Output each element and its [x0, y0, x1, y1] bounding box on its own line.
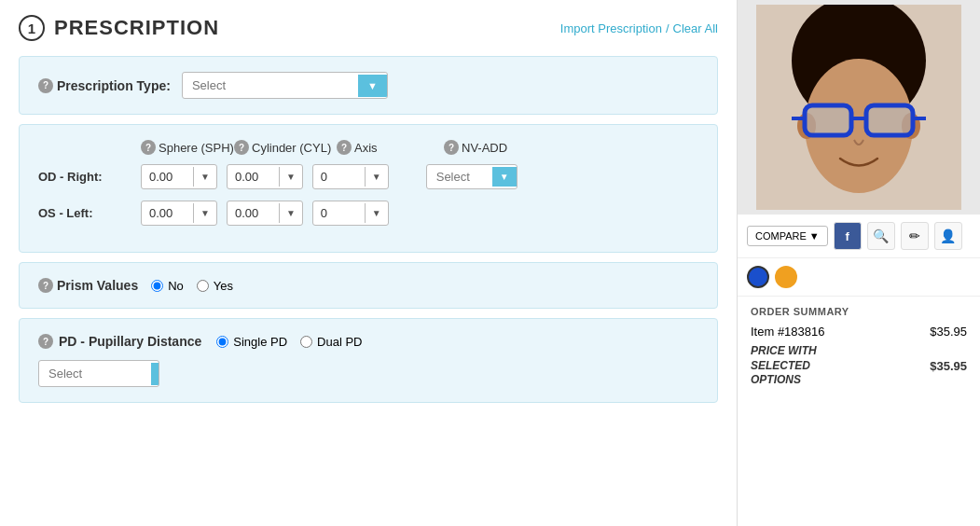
- lens-header-row: ? Sphere (SPH) ? Cylinder (CYL) ? Axis ?…: [38, 140, 698, 155]
- header-separator: /: [666, 21, 669, 35]
- single-pd-label[interactable]: Single PD: [216, 335, 287, 349]
- swatch-blue[interactable]: [747, 266, 769, 288]
- prism-no-radio[interactable]: [151, 280, 163, 292]
- step-circle: 1: [19, 15, 45, 41]
- os-axis-select: ▼: [312, 201, 389, 226]
- os-axis-arrow[interactable]: ▼: [365, 203, 388, 223]
- right-panel: COMPARE ▼ f 🔍 ✏ 👤 ORDER SUMMARY Item #18…: [737, 0, 980, 526]
- prism-radio-group: No Yes: [151, 279, 233, 293]
- zoom-icon-btn[interactable]: 🔍: [867, 222, 895, 250]
- col-sphere-header: ? Sphere (SPH): [141, 140, 234, 155]
- clear-all-link[interactable]: Clear All: [673, 21, 718, 35]
- col-cylinder-header: ? Cylinder (CYL): [234, 140, 337, 155]
- order-item-label: Item #183816: [751, 325, 825, 339]
- col-nvadd-header: ? NV-ADD: [444, 140, 537, 155]
- pd-dropdown-btn[interactable]: ▼: [151, 363, 159, 385]
- od-row: OD - Right: ▼ ▼ ▼ ▼: [38, 164, 698, 189]
- prism-card: ? Prism Values No Yes: [19, 262, 718, 309]
- prescription-type-input[interactable]: [183, 73, 358, 98]
- prescription-type-help-icon[interactable]: ?: [38, 78, 53, 93]
- order-price-with-options-value: $35.95: [930, 359, 967, 373]
- os-sphere-input[interactable]: [142, 201, 193, 225]
- prescription-type-row: ? Prescription Type: ▼: [38, 72, 698, 99]
- od-axis-arrow[interactable]: ▼: [365, 167, 388, 187]
- order-total-row: PRICE WITH SELECTED OPTIONS $35.95: [751, 344, 967, 388]
- prescription-type-select-wrap: ▼: [182, 72, 388, 99]
- import-prescription-link[interactable]: Import Prescription: [560, 21, 662, 35]
- od-cylinder-select: ▼: [227, 164, 303, 189]
- order-summary: ORDER SUMMARY Item #183816 $35.95 PRICE …: [738, 297, 980, 526]
- facebook-icon-btn[interactable]: f: [834, 222, 862, 250]
- compare-label: COMPARE: [755, 230, 807, 242]
- od-cylinder-input[interactable]: [228, 165, 279, 188]
- prism-no-text: No: [168, 279, 184, 293]
- header-actions: Import Prescription / Clear All: [560, 21, 718, 35]
- page-title: PRESCRIPTION: [54, 16, 219, 40]
- prescription-type-card: ? Prescription Type: ▼: [19, 56, 718, 115]
- os-sphere-arrow[interactable]: ▼: [193, 203, 216, 223]
- os-label: OS - Left:: [38, 206, 141, 220]
- swatch-orange[interactable]: [775, 266, 797, 288]
- pd-select-input[interactable]: [39, 361, 151, 386]
- order-summary-title: ORDER SUMMARY: [751, 306, 967, 317]
- nvadd-help-icon[interactable]: ?: [444, 140, 459, 155]
- od-sphere-input[interactable]: [142, 165, 193, 188]
- axis-help-icon[interactable]: ?: [337, 140, 352, 155]
- prism-yes-label[interactable]: Yes: [197, 279, 233, 293]
- order-price-with-options-label: PRICE WITH SELECTED OPTIONS: [751, 344, 863, 388]
- od-cylinder-arrow[interactable]: ▼: [279, 167, 302, 187]
- tools-bar: COMPARE ▼ f 🔍 ✏ 👤: [738, 215, 980, 258]
- dual-pd-text: Dual PD: [317, 335, 362, 349]
- user-icon-btn[interactable]: 👤: [934, 222, 962, 250]
- pd-help-icon[interactable]: ?: [38, 334, 53, 349]
- prism-no-label[interactable]: No: [151, 279, 184, 293]
- prism-help-icon[interactable]: ?: [38, 278, 53, 293]
- edit-icon-btn[interactable]: ✏: [901, 222, 929, 250]
- prescription-type-text: Prescription Type:: [57, 78, 171, 93]
- compare-chevron-icon: ▼: [809, 230, 820, 242]
- pd-radio-group: Single PD Dual PD: [216, 335, 362, 349]
- pd-select-area: ▼: [38, 360, 698, 387]
- prism-row: ? Prism Values No Yes: [38, 278, 698, 293]
- compare-button[interactable]: COMPARE ▼: [747, 226, 828, 246]
- od-nvadd-cell: ▼: [426, 164, 518, 189]
- page-header: 1 PRESCRIPTION Import Prescription / Cle…: [19, 15, 718, 41]
- pd-label: ? PD - Pupillary Distance: [38, 334, 201, 349]
- prism-yes-text: Yes: [214, 279, 233, 293]
- main-panel: 1 PRESCRIPTION Import Prescription / Cle…: [0, 0, 737, 526]
- od-axis-input[interactable]: [313, 165, 365, 188]
- os-row: OS - Left: ▼ ▼ ▼: [38, 201, 698, 226]
- od-sphere-arrow[interactable]: ▼: [193, 167, 216, 187]
- dual-pd-label[interactable]: Dual PD: [300, 335, 362, 349]
- product-image: [756, 5, 961, 210]
- od-nvadd-arrow[interactable]: ▼: [492, 167, 517, 187]
- pd-select-wrap: ▼: [38, 360, 159, 387]
- sphere-help-icon[interactable]: ?: [141, 140, 156, 155]
- os-cylinder-arrow[interactable]: ▼: [279, 203, 302, 223]
- os-sphere-select: ▼: [141, 201, 217, 226]
- col-axis-header: ? Axis: [337, 140, 416, 155]
- od-axis-select: ▼: [312, 164, 389, 189]
- od-nvadd-select: ▼: [426, 164, 518, 189]
- od-sphere-select: ▼: [141, 164, 217, 189]
- os-cylinder-input[interactable]: [228, 201, 279, 225]
- swatches-row: [738, 258, 980, 297]
- od-nvadd-input[interactable]: [427, 165, 492, 188]
- os-axis-input[interactable]: [313, 201, 365, 225]
- cylinder-help-icon[interactable]: ?: [234, 140, 249, 155]
- prescription-type-dropdown-btn[interactable]: ▼: [358, 75, 387, 97]
- svg-rect-6: [866, 105, 913, 135]
- prism-label: ? Prism Values: [38, 278, 138, 293]
- single-pd-radio[interactable]: [216, 336, 228, 348]
- order-item-row: Item #183816 $35.95: [751, 325, 967, 339]
- pd-label-text: PD - Pupillary Distance: [59, 334, 201, 349]
- os-cylinder-select: ▼: [227, 201, 303, 226]
- prism-yes-radio[interactable]: [197, 280, 209, 292]
- pd-row: ? PD - Pupillary Distance Single PD Dual…: [38, 334, 698, 349]
- dual-pd-radio[interactable]: [300, 336, 312, 348]
- prism-label-text: Prism Values: [57, 278, 138, 293]
- glasses-image-area: [738, 0, 980, 215]
- header-left: 1 PRESCRIPTION: [19, 15, 219, 41]
- prescription-type-label: ? Prescription Type:: [38, 78, 171, 93]
- single-pd-text: Single PD: [233, 335, 287, 349]
